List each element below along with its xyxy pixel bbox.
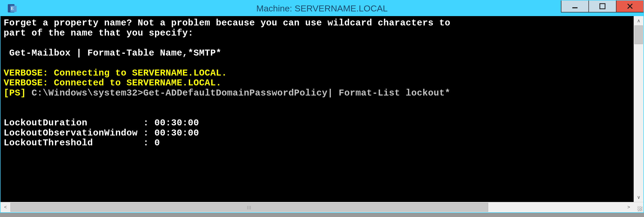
exchange-shell-icon: E: [7, 3, 18, 14]
example-command: Get-Mailbox | Format-Table Name,*SMTP*: [4, 48, 222, 58]
horizontal-scrollbar[interactable]: < ||| >: [1, 202, 643, 212]
scroll-up-button[interactable]: ∧: [634, 16, 643, 25]
minimize-button[interactable]: [561, 1, 588, 12]
hscroll-thumb[interactable]: |||: [10, 203, 488, 212]
svg-rect-3: [572, 7, 578, 8]
scroll-left-button[interactable]: <: [1, 202, 10, 212]
vertical-scrollbar[interactable]: ∧ ∨: [634, 16, 643, 202]
vscroll-track[interactable]: [634, 25, 643, 193]
thumb-grip-icon: |||: [247, 205, 252, 209]
ps-prefix: [PS]: [4, 88, 32, 98]
help-text-line: part of the name that you specify:: [4, 28, 193, 38]
verbose-line: VERBOSE: Connecting to SERVERNAME.LOCAL.: [4, 68, 227, 78]
terminal-output[interactable]: Forget a property name? Not a problem be…: [1, 16, 634, 202]
ps-command: Get-ADDefaultDomainPasswordPolicy| Forma…: [143, 88, 451, 98]
window-title: Machine: SERVERNAME.LOCAL: [256, 3, 388, 13]
ps-path: C:\Windows\system32>: [32, 88, 143, 98]
hscroll-track[interactable]: |||: [10, 202, 624, 212]
output-line: LockoutObservationWindow : 00:30:00: [4, 128, 199, 138]
titlebar[interactable]: E Machine: SERVERNAME.LOCAL: [1, 1, 643, 16]
close-button[interactable]: [616, 1, 643, 12]
scroll-down-button[interactable]: ∨: [634, 193, 643, 202]
window: E Machine: SERVERNAME.LOCAL Forget a pro…: [0, 0, 644, 213]
output-line: LockoutDuration : 00:30:00: [4, 118, 199, 128]
vscroll-thumb[interactable]: [634, 25, 643, 44]
output-line: LockoutThreshold : 0: [4, 138, 160, 148]
maximize-button[interactable]: [588, 1, 616, 12]
content-area: Forget a property name? Not a problem be…: [1, 16, 643, 212]
scroll-right-button[interactable]: >: [624, 202, 634, 212]
help-text-line: Forget a property name? Not a problem be…: [4, 18, 450, 28]
resize-grip[interactable]: [634, 202, 643, 212]
svg-rect-4: [600, 4, 605, 9]
terminal-area: Forget a property name? Not a problem be…: [1, 16, 643, 202]
svg-text:E: E: [11, 6, 14, 11]
verbose-line: VERBOSE: Connected to SERVERNAME.LOCAL.: [4, 78, 222, 88]
window-controls: [561, 1, 643, 12]
